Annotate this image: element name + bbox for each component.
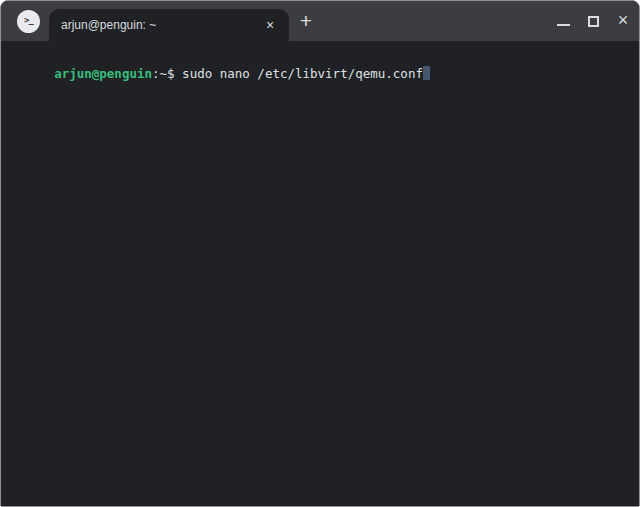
- text-cursor: [423, 66, 431, 80]
- minimize-button[interactable]: [555, 1, 571, 41]
- prompt-path: ~: [160, 66, 168, 81]
- terminal-app-icon: >_: [17, 10, 40, 33]
- terminal-tab[interactable]: arjun@penguin: ~ ×: [49, 9, 289, 41]
- minimize-icon: [557, 24, 570, 26]
- maximize-button[interactable]: [585, 1, 601, 41]
- command-text: sudo nano /etc/libvirt/qemu.conf: [182, 66, 423, 81]
- terminal-screen[interactable]: arjun@penguin:~$sudo nano /etc/libvirt/q…: [1, 41, 639, 506]
- terminal-window: >_ arjun@penguin: ~ × + × arjun@penguin:…: [0, 0, 640, 507]
- prompt-symbol: $: [167, 66, 175, 81]
- tab-close-icon[interactable]: ×: [261, 16, 279, 34]
- maximize-icon: [588, 16, 599, 27]
- tab-title: arjun@penguin: ~: [61, 18, 261, 32]
- terminal-prompt-icon: >_: [24, 15, 33, 25]
- prompt-user-host: arjun@penguin: [54, 66, 152, 81]
- new-tab-button[interactable]: +: [293, 8, 319, 34]
- titlebar: >_ arjun@penguin: ~ × + ×: [1, 1, 639, 41]
- close-icon: ×: [618, 11, 629, 29]
- prompt-line: arjun@penguin:~$sudo nano /etc/libvirt/q…: [9, 48, 631, 99]
- close-button[interactable]: ×: [615, 1, 631, 41]
- window-controls: ×: [555, 1, 631, 41]
- prompt-separator: :: [152, 66, 160, 81]
